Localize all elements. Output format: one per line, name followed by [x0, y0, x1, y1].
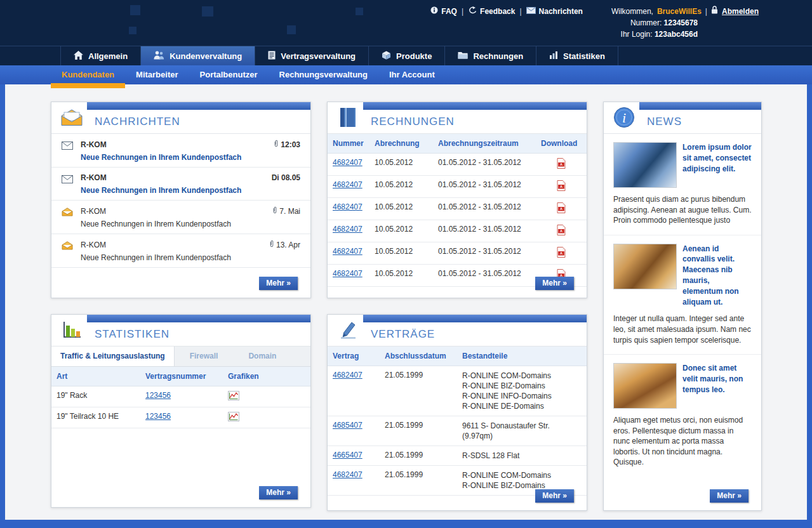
graph-icon[interactable] [228, 414, 239, 423]
invoice-number-link[interactable]: 4682407 [333, 180, 363, 189]
message-row[interactable]: R-KOM 12:03 Neue Rechnungen in Ihrem Kun… [51, 134, 310, 168]
invoice-number-link[interactable]: 4682407 [333, 247, 363, 256]
statistiken-table: Art Vertragsnummer Grafiken 19" Rack 123… [51, 367, 310, 428]
deco-square [130, 5, 140, 15]
content-area: NACHRICHTEN R-KOM 12:03 [0, 84, 812, 528]
tab-vertragsvervaltung[interactable]: Vertragsvervaltung [255, 46, 369, 65]
contract-number-link[interactable]: 4665407 [333, 451, 363, 459]
invoice-row: 4682407 10.05.2012 01.05.2012 - 31.05.20… [328, 198, 587, 220]
news-headline[interactable]: Donec sit amet velit mauris, non tempus … [682, 363, 752, 409]
news-headline[interactable]: Lorem ipsum dolor sit amet, consectet ad… [682, 142, 752, 188]
info-circle-icon: i [609, 104, 639, 131]
svg-text:A: A [560, 162, 562, 166]
message-time: 7. Mai [272, 206, 300, 216]
col-header-grafiken: Grafiken [223, 367, 310, 386]
message-time-text: 13. Apr [276, 241, 300, 249]
invoice-number-link[interactable]: 4682407 [333, 269, 363, 278]
graph-icon[interactable] [228, 393, 239, 402]
vertragsnummer-link[interactable]: 123456 [145, 391, 171, 400]
pdf-icon[interactable]: A [557, 184, 566, 193]
pdf-icon[interactable]: A [557, 228, 566, 237]
mehr-button[interactable]: Mehr » [259, 277, 298, 290]
tab-produkte[interactable]: Produkte [369, 46, 445, 65]
tab-rechnungen[interactable]: Rechnungen [445, 46, 536, 65]
customer-number-label: Nummer: [630, 18, 662, 27]
tab-allgemein[interactable]: Allgemein [60, 46, 141, 65]
message-row[interactable]: R-KOM Di 08.05 Neue Rechnungen in Ihrem … [51, 168, 310, 201]
pen-icon [333, 317, 363, 343]
contract-icon [268, 51, 276, 62]
contract-date: 21.05.1999 [380, 416, 457, 446]
message-time: Di 08.05 [272, 173, 300, 182]
logout-link[interactable]: Abmelden [722, 6, 759, 16]
card-title: RECHNUNGEN [371, 116, 455, 128]
subtab-kundendaten[interactable]: Kundendaten [51, 65, 125, 84]
faq-link[interactable]: FAQ [430, 6, 457, 16]
contract-components: R-ONLINE COM-Domains R-ONLINE BIZ-Domain… [457, 366, 587, 416]
envelope-closed-icon [62, 140, 74, 162]
home-icon [74, 51, 83, 62]
news-body: Integer ut nulla quam. Integer sed ante … [613, 314, 752, 345]
nachrichten-label: Nachrichten [539, 6, 583, 16]
left-border-strip [0, 84, 5, 528]
invoice-date: 10.05.2012 [369, 154, 433, 176]
card-header-bar [363, 315, 587, 322]
invoice-number-link[interactable]: 4682407 [333, 225, 363, 234]
subtab-mitarbeiter[interactable]: Mitarbeiter [125, 65, 189, 84]
message-subject[interactable]: Neue Rechnungen in Ihrem Kundenpostfach [81, 220, 300, 228]
lock-icon [711, 6, 718, 16]
art-cell: 19" Rack [51, 386, 140, 407]
col-header-zeitraum: Abrechnungszeitraum [433, 134, 536, 154]
login-row: Ihr Login: 123abc456d [621, 29, 698, 39]
contract-date: 21.05.1999 [380, 366, 457, 416]
contract-components: 9611 S- Donaustaufer Str. (9.97qm) [457, 416, 587, 446]
nachrichten-link[interactable]: Nachrichten [526, 6, 583, 16]
invoice-period: 01.05.2012 - 31.05.2012 [433, 154, 536, 176]
vertragsnummer-link[interactable]: 123456 [145, 412, 171, 421]
contract-number-link[interactable]: 4682407 [333, 371, 363, 380]
feedback-link[interactable]: Feedback [468, 6, 515, 16]
news-card: i NEWS Lorem ipsum dolor sit amet, conse… [603, 102, 762, 511]
col-header-abschlussdatum: Abschlussdatum [380, 346, 457, 366]
tab-kundenvervaltung[interactable]: Kundenvervaltung [141, 46, 255, 65]
art-cell: 19" Teilrack 10 HE [51, 407, 140, 428]
card-header: NACHRICHTEN [51, 102, 310, 134]
deco-square [129, 27, 136, 34]
pdf-icon[interactable]: A [557, 251, 566, 260]
pdf-icon[interactable]: A [557, 206, 566, 215]
deco-square [356, 8, 363, 15]
statistiken-card: STATISTIKEN Traffic & Leitungsauslastung… [51, 314, 311, 508]
tab-traffic-leitungsauslastung[interactable]: Traffic & Leitungsauslastung [51, 346, 175, 366]
mehr-button[interactable]: Mehr » [535, 277, 574, 290]
message-subject[interactable]: Neue Rechnungen in Ihrem Kundenpostfach [81, 153, 300, 162]
contract-date: 21.05.1999 [380, 446, 457, 466]
tab-label: Kundenvervaltung [170, 51, 242, 61]
users-icon [154, 51, 164, 62]
bottom-border-strip [0, 520, 812, 528]
tab-domain[interactable]: Domain [233, 346, 291, 366]
invoice-number-link[interactable]: 4682407 [333, 158, 363, 167]
message-row[interactable]: R-KOM 13. Apr Neue Rechnungen in Ihrem K… [51, 234, 310, 268]
message-subject[interactable]: Neue Rechnungen in Ihrem Kundenpostfach [81, 186, 300, 195]
faq-label: FAQ [441, 6, 457, 16]
subtab-rechnungsverwaltung[interactable]: Rechnungsverwaltung [269, 65, 378, 84]
nachrichten-card: NACHRICHTEN R-KOM 12:03 [51, 102, 311, 298]
tab-statistiken[interactable]: Statistiken [536, 46, 618, 65]
subtab-ihr-account[interactable]: Ihr Account [378, 65, 446, 84]
mehr-button[interactable]: Mehr » [710, 489, 749, 503]
message-subject[interactable]: Neue Rechnungen in Ihrem Kundenpostfach [81, 253, 300, 262]
vertraege-table: Vertrag Abschlussdatum Bestandteile 4682… [328, 346, 587, 496]
pdf-icon[interactable]: A [557, 162, 566, 171]
news-headline[interactable]: Aenean id convallis velit. Maecenas nib … [682, 244, 752, 308]
message-sender: R-KOM [81, 207, 106, 216]
mehr-button[interactable]: Mehr » [535, 489, 574, 503]
subtab-portalbenutzer[interactable]: Portalbenutzer [189, 65, 269, 84]
mehr-button[interactable]: Mehr » [259, 486, 298, 499]
message-row[interactable]: R-KOM 7. Mai Neue Rechnungen in Ihrem Ku… [51, 201, 310, 234]
tab-firewall[interactable]: Firewall [175, 346, 234, 366]
news-item: Lorem ipsum dolor sit amet, consectet ad… [604, 134, 761, 235]
contract-number-link[interactable]: 4682407 [333, 470, 363, 479]
card-header: i NEWS [604, 102, 761, 134]
invoice-number-link[interactable]: 4682407 [333, 202, 363, 211]
contract-number-link[interactable]: 4685407 [333, 421, 363, 430]
